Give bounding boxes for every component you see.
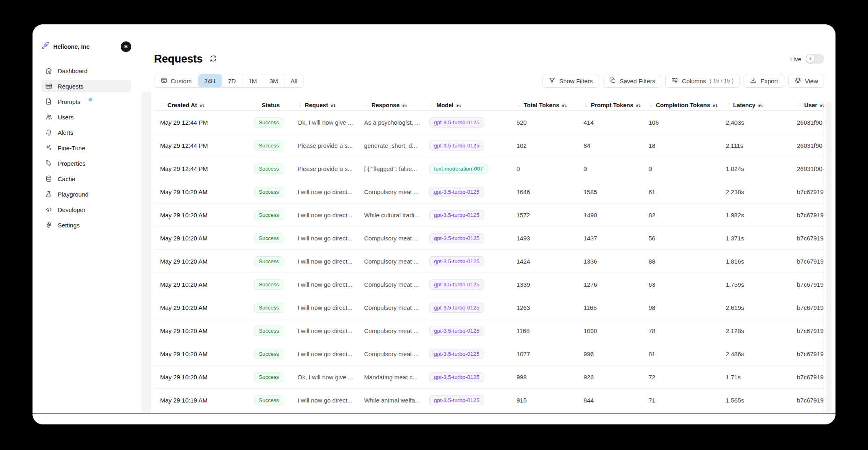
time-range-custom[interactable]: Custom <box>154 74 198 87</box>
org-switcher[interactable]: Helicone, Inc S <box>41 41 131 53</box>
cell-completion-tokens: 81 <box>642 350 720 357</box>
column-header-request[interactable]: Request <box>291 102 358 108</box>
export-button[interactable]: Export <box>744 74 784 88</box>
cell-prompt-tokens: 1336 <box>577 258 642 265</box>
column-header-created-at[interactable]: Created At <box>154 102 248 108</box>
table-row[interactable]: May 29 12:44 PMSuccessOk, I will now giv… <box>154 111 824 134</box>
sidebar-item-developer[interactable]: Developer <box>41 203 131 216</box>
vertical-scrollbar[interactable] <box>826 102 831 412</box>
toggle-knob <box>806 55 814 63</box>
column-header-latency[interactable]: Latency <box>720 102 791 108</box>
table-row[interactable]: May 29 10:20 AMSuccessI will now go dire… <box>154 180 824 203</box>
drag-handle-icon <box>649 103 653 108</box>
table-row[interactable]: May 29 10:20 AMSuccessI will now go dire… <box>154 296 824 319</box>
sidebar-item-settings[interactable]: Settings <box>41 219 131 231</box>
sidebar-item-cache[interactable]: Cache <box>41 173 131 185</box>
avatar[interactable]: S <box>121 41 131 52</box>
table-row[interactable]: May 29 10:20 AMSuccessI will now go dire… <box>154 319 824 342</box>
sidebar-item-prompts[interactable]: Prompts <box>41 95 131 108</box>
table-row[interactable]: May 29 10:20 AMSuccessI will now go dire… <box>154 203 824 227</box>
column-label: Model <box>436 102 454 108</box>
columns-button[interactable]: Columns( 15 / 15 ) <box>665 74 740 88</box>
model-badge: gpt-3.5-turbo-0125 <box>429 349 484 359</box>
cell-user: b7c67919-35 <box>791 304 824 311</box>
cell-latency: 1.565s <box>720 397 791 404</box>
column-header-response[interactable]: Response <box>358 102 423 108</box>
cell-created-at: May 29 10:20 AM <box>154 350 248 357</box>
show-filters-button[interactable]: Show Filters <box>542 74 599 88</box>
sidebar-item-fine-tune[interactable]: Fine-Tune <box>41 142 131 154</box>
sidebar-item-alerts[interactable]: Alerts <box>41 126 131 138</box>
column-header-model[interactable]: Model <box>423 102 510 108</box>
time-range-7d[interactable]: 7D <box>222 74 242 87</box>
cell-total-tokens: 1077 <box>510 350 577 357</box>
table-row[interactable]: May 29 10:20 AMSuccessI will now go dire… <box>154 227 824 250</box>
sidebar-item-users[interactable]: Users <box>41 111 131 123</box>
cell-user: 26031f90-68 <box>791 119 824 126</box>
cell-status: Success <box>248 256 291 266</box>
time-range-3m[interactable]: 3M <box>263 74 284 87</box>
cell-response: Compulsory meat ... <box>358 258 423 265</box>
sidebar: Helicone, Inc S DashboardRequestsPrompts… <box>33 24 140 424</box>
live-toggle[interactable] <box>805 54 824 64</box>
table-row[interactable]: May 29 10:20 AMSuccessI will now go dire… <box>154 273 824 296</box>
cell-completion-tokens: 106 <box>642 119 720 126</box>
column-header-user[interactable]: User <box>791 102 824 108</box>
sidebar-item-dashboard[interactable]: Dashboard <box>41 65 131 77</box>
drag-handle-icon <box>429 103 434 108</box>
column-header-status[interactable]: Status <box>248 102 291 108</box>
cell-request: Please provide a s... <box>291 142 358 149</box>
sidebar-nav: DashboardRequestsPromptsUsersAlertsFine-… <box>41 65 131 231</box>
sidebar-item-requests[interactable]: Requests <box>41 80 131 92</box>
drag-handle-icon <box>516 103 521 108</box>
time-range-24h[interactable]: 24H <box>198 74 222 87</box>
sidebar-item-playground[interactable]: Playground <box>41 188 131 200</box>
cell-status: Success <box>248 279 291 290</box>
cell-response: Compulsory meat ... <box>358 188 423 195</box>
column-header-prompt-tokens[interactable]: Prompt Tokens <box>577 102 642 108</box>
sort-icon <box>636 102 642 108</box>
tag-icon <box>45 160 52 167</box>
view-button[interactable]: View <box>788 74 824 88</box>
cell-response: Compulsory meat ... <box>358 350 423 357</box>
download-icon <box>750 77 757 85</box>
cell-total-tokens: 1493 <box>510 235 577 242</box>
cell-user: b7c67919-35 <box>791 327 824 334</box>
cell-model: gpt-3.5-turbo-0125 <box>423 141 510 151</box>
cell-status: Success <box>248 395 291 405</box>
cell-model: gpt-3.5-turbo-0125 <box>423 279 510 290</box>
cell-prompt-tokens: 1490 <box>577 212 642 219</box>
column-count: ( 15 / 15 ) <box>710 78 733 84</box>
screen: { "sidebar": { "org": { "name": "Helicon… <box>0 0 868 450</box>
status-badge: Success <box>254 279 283 290</box>
cell-request: I will now go direct... <box>291 304 358 311</box>
table-row[interactable]: May 29 10:20 AMSuccessI will now go dire… <box>154 342 824 366</box>
table-header-row: Created AtStatusRequestResponseModelTota… <box>154 100 824 111</box>
org-name: Helicone, Inc <box>53 43 89 50</box>
table-row[interactable]: May 29 10:19 AMSuccessI will now go dire… <box>154 389 824 412</box>
table-row[interactable]: May 29 12:44 PMSuccessPlease provide a s… <box>154 157 824 180</box>
model-badge: gpt-3.5-turbo-0125 <box>429 372 484 382</box>
cell-prompt-tokens: 1585 <box>577 188 642 195</box>
cell-completion-tokens: 18 <box>642 142 720 149</box>
app-window: Helicone, Inc S DashboardRequestsPrompts… <box>33 24 835 424</box>
column-header-completion-tokens[interactable]: Completion Tokens <box>642 102 720 108</box>
flask-icon <box>45 190 52 198</box>
cell-total-tokens: 1339 <box>510 281 577 288</box>
button-label: Export <box>760 78 778 84</box>
time-range-all[interactable]: All <box>284 74 304 87</box>
refresh-button[interactable] <box>209 54 217 64</box>
cell-response: Compulsory meat ... <box>358 235 423 242</box>
sliders-icon <box>671 77 678 85</box>
column-header-total-tokens[interactable]: Total Tokens <box>510 102 577 108</box>
sort-icon <box>200 102 206 108</box>
cell-user: b7c67919-35 <box>791 235 824 242</box>
cell-prompt-tokens: 84 <box>577 142 642 149</box>
sidebar-item-properties[interactable]: Properties <box>41 157 131 169</box>
cell-prompt-tokens: 0 <box>577 165 642 172</box>
table-row[interactable]: May 29 12:44 PMSuccessPlease provide a s… <box>154 134 824 157</box>
table-row[interactable]: May 29 10:20 AMSuccessI will now go dire… <box>154 250 824 273</box>
time-range-1m[interactable]: 1M <box>242 74 263 87</box>
saved-filters-button[interactable]: Saved Filters <box>603 74 662 88</box>
table-row[interactable]: May 29 10:20 AMSuccessOk, I will now giv… <box>154 366 824 389</box>
